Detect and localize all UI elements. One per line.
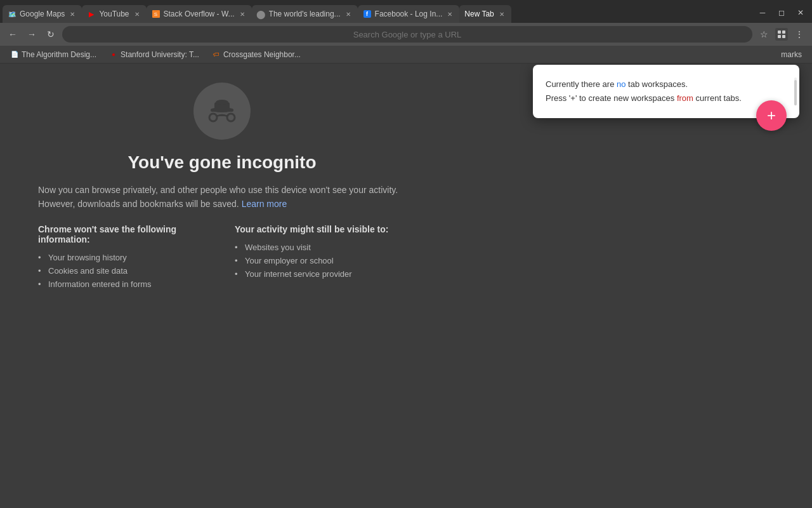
workspace-no-highlight: no — [617, 79, 625, 89]
workspace-popup: Currently there are no tab workspaces. P… — [533, 65, 799, 118]
workspace-from-highlight: from — [677, 93, 693, 103]
workspace-popup-text: Currently there are no tab workspaces. P… — [546, 77, 787, 105]
tab-github[interactable]: ⬤ The world's leading... ✕ — [252, 5, 358, 23]
list-item: Cookies and site data — [38, 264, 209, 277]
tab-github-title: The world's leading... — [269, 10, 341, 18]
wont-save-bold: won't save — [74, 224, 119, 234]
bookmark-crossgates-title: Crossgates Neighbor... — [223, 50, 301, 59]
workspace-line1-prefix: Currently there are — [546, 79, 617, 89]
tab-youtube-title: YouTube — [99, 10, 129, 18]
main-content: You've gone incognito Now you can browse… — [0, 64, 812, 508]
list-item: Your employer or school — [235, 254, 406, 267]
back-button[interactable]: ← — [5, 27, 20, 42]
incognito-title: You've gone incognito — [38, 152, 406, 173]
svg-rect-2 — [778, 35, 781, 38]
bookmark-algorithm-title: The Algorithm Desig... — [22, 50, 96, 59]
workspace-line1: Currently there are no tab workspaces. — [546, 77, 787, 91]
tab-facebook-close-icon[interactable]: ✕ — [445, 10, 454, 18]
browser-frame: 🗺️ Google Maps ✕ ▶ YouTube ✕ S Stack Ove… — [0, 0, 812, 508]
chrome-label: Chrome — [38, 224, 74, 234]
restore-button[interactable]: ◻ — [773, 5, 790, 20]
wont-save-column: Chrome won't save the following informat… — [38, 224, 209, 291]
tab-newtab[interactable]: New Tab ✕ — [459, 5, 511, 23]
tab-maps[interactable]: 🗺️ Google Maps ✕ — [3, 5, 82, 23]
tab-stackoverflow-title: Stack Overflow - W... — [164, 10, 235, 18]
bookmark-star-icon[interactable]: ☆ — [756, 27, 771, 42]
tab-workspace-icon[interactable] — [775, 28, 788, 41]
tab-youtube-close-icon[interactable]: ✕ — [133, 10, 141, 18]
svg-rect-3 — [782, 35, 785, 38]
incognito-desc-text: Now you can browse privately, and other … — [38, 185, 398, 209]
list-item: Your internet service provider — [235, 267, 406, 281]
tab-facebook[interactable]: f Facebook - Log In... ✕ — [358, 5, 460, 23]
add-workspace-button[interactable]: + — [756, 100, 787, 131]
wont-save-list: Your browsing history Cookies and site d… — [38, 251, 209, 291]
tab-maps-close-icon[interactable]: ✕ — [68, 10, 77, 18]
might-visible-header: Your activity might still be visible to: — [235, 224, 406, 234]
learn-more-link[interactable]: Learn more — [242, 199, 287, 209]
tab-facebook-title: Facebook - Log In... — [375, 10, 443, 18]
workspace-line1-end: tab workspaces. — [625, 79, 688, 89]
close-window-button[interactable]: ✕ — [792, 5, 809, 20]
bookmark-algorithm[interactable]: 📄 The Algorithm Desig... — [5, 49, 102, 60]
menu-button[interactable]: ⋮ — [792, 27, 807, 42]
activity-label: Your activity — [235, 224, 290, 234]
tab-maps-title: Google Maps — [20, 10, 65, 18]
svg-point-6 — [216, 100, 228, 105]
tab-github-close-icon[interactable]: ✕ — [344, 10, 353, 18]
address-bar: ← → ↻ ☆ ⋮ — [0, 23, 812, 46]
facebook-favicon-icon: f — [363, 10, 372, 18]
window-controls: ─ ◻ ✕ — [754, 5, 809, 23]
bookmarks-bar: 📄 The Algorithm Desig... ● Stanford Univ… — [0, 46, 812, 64]
incognito-lists: Chrome won't save the following informat… — [38, 224, 406, 291]
list-item: Information entered in forms — [38, 277, 209, 291]
incognito-page: You've gone incognito Now you can browse… — [0, 64, 444, 310]
might-visible-suffix: to: — [375, 224, 389, 234]
stackoverflow-favicon-icon: S — [152, 10, 160, 18]
list-item: Your browsing history — [38, 251, 209, 264]
workspace-line2-prefix: Press '+' to create new workspaces — [546, 93, 677, 103]
popup-scrollbar-thumb — [794, 80, 797, 105]
bookmark-crossgates[interactable]: 🏷 Crossgates Neighbor... — [207, 49, 306, 60]
minimize-button[interactable]: ─ — [754, 5, 771, 20]
incognito-icon-wrapper — [38, 83, 406, 140]
bookmark-stanford[interactable]: ● Stanford University: T... — [104, 49, 204, 60]
svg-point-9 — [209, 114, 217, 121]
incognito-icon-circle — [193, 83, 251, 140]
might-visible-column: Your activity might still be visible to:… — [235, 224, 406, 291]
other-bookmarks-link[interactable]: marks — [776, 49, 807, 60]
wont-save-header: Chrome won't save the following informat… — [38, 224, 209, 244]
tab-newtab-close-icon[interactable]: ✕ — [497, 10, 506, 18]
bookmark-algorithm-favicon-icon: 📄 — [10, 50, 19, 59]
reload-button[interactable]: ↻ — [43, 27, 58, 42]
github-favicon-icon: ⬤ — [257, 10, 266, 18]
bookmark-stanford-favicon-icon: ● — [109, 50, 118, 59]
incognito-description: Now you can browse privately, and other … — [38, 183, 406, 211]
bookmark-stanford-title: Stanford University: T... — [121, 50, 199, 59]
tab-stackoverflow[interactable]: S Stack Overflow - W... ✕ — [147, 5, 252, 23]
youtube-favicon-icon: ▶ — [87, 10, 96, 18]
bookmark-crossgates-favicon-icon: 🏷 — [212, 50, 221, 59]
forward-button[interactable]: → — [24, 27, 39, 42]
tab-youtube[interactable]: ▶ YouTube ✕ — [82, 5, 146, 23]
svg-rect-7 — [211, 109, 233, 112]
might-visible-list: Websites you visit Your employer or scho… — [235, 241, 406, 281]
address-input[interactable] — [62, 26, 752, 43]
svg-rect-1 — [782, 30, 785, 34]
popup-scrollbar — [794, 77, 797, 105]
might-visible-bold: might still be visible — [290, 224, 375, 234]
tab-stackoverflow-close-icon[interactable]: ✕ — [238, 10, 247, 18]
svg-point-10 — [227, 114, 235, 121]
list-item: Websites you visit — [235, 241, 406, 254]
tab-newtab-title: New Tab — [464, 10, 494, 18]
maps-favicon-icon: 🗺️ — [8, 10, 16, 18]
tab-bar: 🗺️ Google Maps ✕ ▶ YouTube ✕ S Stack Ove… — [0, 0, 812, 23]
workspace-line2-end: current tabs. — [693, 93, 742, 103]
workspace-line2: Press '+' to create new workspaces from … — [546, 91, 787, 105]
svg-rect-0 — [778, 30, 781, 34]
